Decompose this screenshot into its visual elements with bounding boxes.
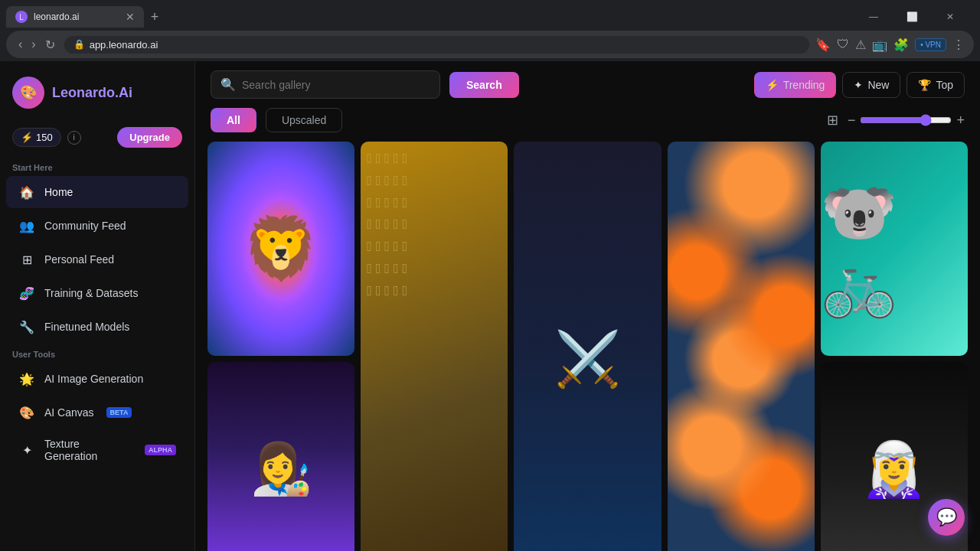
credits-icon: ⚡ [21, 132, 33, 143]
card-actions-dark-woman: ⊘ ⤢ [906, 370, 960, 394]
card-magic-btn-anime[interactable]: # [264, 370, 289, 394]
sidebar-item-home[interactable]: 🏠 Home [6, 176, 188, 208]
image-card-koala[interactable]: 🐨🚲 # ⊘ [821, 142, 968, 356]
card-actions-flowers: # ⊘ ⤢ [724, 149, 807, 174]
new-button[interactable]: ✦ New [842, 72, 900, 98]
sidebar-item-community-label: Community Feed [44, 220, 126, 232]
card-expand-btn-flowers[interactable]: ⤢ [782, 149, 807, 174]
card-edit-btn-warrior[interactable]: ⊘ [600, 149, 625, 174]
alert-icon: ⚠ [855, 37, 866, 52]
ai-image-icon: 🌟 [18, 370, 35, 387]
card-actions-hieroglyphs: # ⤢ [446, 149, 500, 174]
sidebar-item-ai-image[interactable]: 🌟 AI Image Generation [6, 363, 188, 395]
sidebar-item-texture[interactable]: ✦ Texture Generation ALPHA [6, 430, 188, 470]
active-tab[interactable]: L leonardo.ai ✕ [6, 6, 144, 28]
bookmark-icon[interactable]: 🔖 [815, 37, 831, 52]
filter-upscaled[interactable]: Upscaled [266, 108, 342, 132]
card-magic-btn-warrior[interactable]: # [571, 149, 596, 174]
lock-icon: 🔒 [74, 39, 85, 50]
card-actions-anime-girl: # ⊘ ⤢ [264, 370, 347, 394]
close-btn[interactable]: ✕ [933, 6, 968, 28]
sidebar: 🎨 Leonardo.Ai ⚡ 150 i Upgrade Start Here… [0, 61, 195, 551]
upgrade-button[interactable]: Upgrade [117, 127, 182, 148]
card-edit-btn-anime[interactable]: ⊘ [293, 370, 318, 394]
filter-all[interactable]: All [211, 108, 256, 132]
zoom-range-input[interactable] [860, 114, 952, 126]
new-tab-btn[interactable]: + [144, 6, 165, 28]
window-controls: — ⬜ ✕ [856, 6, 974, 28]
sidebar-item-community-feed[interactable]: 👥 Community Feed [6, 210, 188, 242]
sidebar-item-ai-canvas[interactable]: 🎨 AI Canvas BETA [6, 396, 188, 429]
texture-alpha-badge: ALPHA [145, 445, 176, 455]
user-tools-section: User Tools [0, 344, 194, 362]
minimize-btn[interactable]: — [856, 6, 891, 28]
search-input[interactable] [242, 79, 430, 91]
zoom-minus-btn[interactable]: − [848, 112, 856, 129]
credits-count: ⚡ 150 [12, 128, 61, 147]
finetuned-icon: 🔧 [18, 318, 35, 335]
card-expand-btn-lion[interactable]: ⤢ [322, 149, 347, 174]
reload-btn[interactable]: ↻ [42, 36, 58, 54]
address-bar: ‹ › ↻ 🔒 app.leonardo.ai 🔖 🛡 ⚠ 📺 🧩 • VPN … [6, 31, 974, 58]
sidebar-item-finetuned[interactable]: 🔧 Finetuned Models [6, 311, 188, 343]
vpn-badge: • VPN [915, 38, 946, 51]
back-btn[interactable]: ‹ [15, 36, 25, 53]
card-magic-btn-hieroglyphs[interactable]: # [446, 149, 471, 174]
tab-close-btn[interactable]: ✕ [126, 11, 135, 23]
info-icon[interactable]: i [67, 131, 81, 145]
cast-icon[interactable]: 📺 [872, 37, 887, 52]
maximize-btn[interactable]: ⬜ [894, 6, 929, 28]
sidebar-item-personal-feed[interactable]: ⊞ Personal Feed [6, 243, 188, 276]
card-edit-btn-lion[interactable]: ⊘ [293, 149, 318, 174]
search-box[interactable]: 🔍 [211, 70, 440, 99]
chat-icon: 💬 [936, 507, 957, 527]
sidebar-item-training-label: Training & Datasets [44, 287, 138, 299]
logo-avatar: 🎨 [12, 77, 44, 109]
search-button[interactable]: Search [449, 72, 519, 98]
address-actions: 🔖 🛡 ⚠ 📺 🧩 • VPN ⋮ [815, 37, 965, 52]
url-bar[interactable]: 🔒 app.leonardo.ai [64, 36, 810, 54]
card-magic-btn-flowers[interactable]: # [724, 149, 749, 174]
card-expand-btn-warrior[interactable]: ⤢ [629, 149, 654, 174]
trending-button[interactable]: ⚡ Trending [754, 72, 837, 98]
sidebar-item-ai-canvas-label: AI Canvas [44, 406, 94, 419]
ai-canvas-icon: 🎨 [18, 404, 35, 421]
ai-canvas-beta-badge: BETA [106, 407, 132, 418]
image-card-flowers[interactable]: # ⊘ ⤢ [668, 142, 815, 551]
tab-title: leonardo.ai [34, 11, 79, 22]
personal-icon: ⊞ [18, 251, 35, 268]
start-here-section: Start Here [0, 157, 194, 175]
image-card-hieroglyphs[interactable]: # ⤢ [361, 142, 508, 551]
main-content: 🔍 Search ⚡ Trending ✦ New 🏆 Top [195, 61, 980, 551]
card-magic-btn-koala[interactable]: # [906, 149, 931, 174]
image-card-lion[interactable]: 🦁 # ⊘ ⤢ [207, 142, 354, 356]
sidebar-item-ai-image-label: AI Image Generation [44, 373, 143, 385]
top-button[interactable]: 🏆 Top [906, 72, 965, 98]
filter-bar: All Upscaled ⊞ − + [195, 108, 980, 142]
image-card-warrior[interactable]: ⚔️ # ⊘ ⤢ [514, 142, 661, 551]
card-edit-btn-dark[interactable]: ⊘ [906, 370, 931, 394]
trending-icon: ⚡ [766, 79, 779, 91]
sidebar-item-training[interactable]: 🧬 Training & Datasets [6, 277, 188, 309]
card-edit-btn-flowers[interactable]: ⊘ [753, 149, 778, 174]
community-icon: 👥 [18, 217, 35, 234]
training-icon: 🧬 [18, 285, 35, 302]
nav-controls: ‹ › ↻ [15, 36, 58, 54]
credits-value: 150 [36, 132, 53, 143]
forward-btn[interactable]: › [28, 36, 38, 53]
card-expand-btn-anime[interactable]: ⤢ [322, 370, 347, 394]
chat-fab[interactable]: 💬 [928, 499, 965, 536]
card-magic-btn-lion[interactable]: # [264, 149, 289, 174]
sidebar-item-texture-label: Texture Generation [44, 438, 132, 462]
zoom-plus-btn[interactable]: + [956, 112, 965, 129]
menu-icon[interactable]: ⋮ [952, 37, 965, 52]
card-expand-btn-hieroglyphs[interactable]: ⤢ [475, 149, 500, 174]
grid-view-btn[interactable]: ⊞ [824, 109, 841, 132]
card-expand-btn-dark[interactable]: ⤢ [936, 370, 960, 394]
shield-icon: 🛡 [837, 37, 849, 51]
url-text: app.leonardo.ai [90, 39, 158, 51]
image-card-anime-girl[interactable]: 👩‍🎨 # ⊘ ⤢ [207, 362, 354, 551]
ext-icon[interactable]: 🧩 [893, 37, 909, 52]
logo-text: Leonardo.Ai [52, 85, 132, 101]
card-edit-btn-koala[interactable]: ⊘ [936, 149, 960, 174]
